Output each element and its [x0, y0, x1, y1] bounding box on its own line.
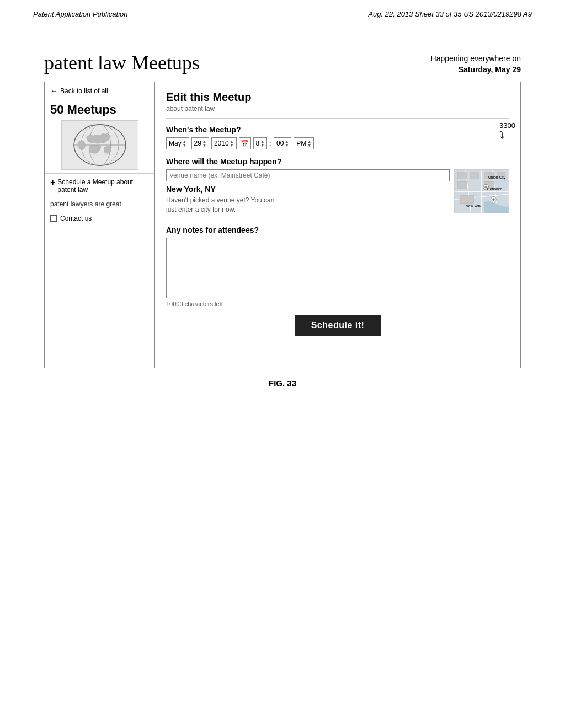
meetup-count: 50 Meetups — [45, 100, 154, 117]
svg-text:Union City: Union City — [488, 175, 506, 180]
app-layout: ← Back to list of all 50 Meetups — [44, 82, 521, 368]
minute-select[interactable]: 00 ▲▼ — [274, 137, 291, 149]
date-row: May ▲▼ 29 ▲▼ 2010 ▲▼ 📅 8 ▲▼ — [166, 137, 509, 149]
back-to-list-button[interactable]: ← Back to list of all — [45, 82, 154, 100]
notes-label: Any notes for attendees? — [166, 226, 509, 234]
map-thumbnail: Union City Hoboken New York — [454, 169, 509, 213]
sidebar: ← Back to list of all 50 Meetups — [45, 82, 155, 368]
main-panel: Edit this Meetup about patent law When's… — [155, 82, 520, 368]
year-select[interactable]: 2010 ▲▼ — [211, 137, 237, 149]
svg-point-24 — [492, 198, 495, 201]
svg-rect-14 — [457, 173, 467, 179]
ampm-select[interactable]: PM ▲▼ — [294, 137, 314, 149]
fig-caption: FIG. 33 — [44, 378, 521, 388]
city-label: New York, NY — [166, 185, 450, 194]
figure-number-label: 3300 ⤵ — [499, 121, 515, 141]
hour-select[interactable]: 8 ▲▼ — [253, 137, 268, 149]
page-title-row: patent law Meetups Happening everywhere … — [44, 51, 521, 75]
sidebar-tagline: patent lawyers are great — [45, 198, 154, 210]
svg-rect-15 — [470, 173, 479, 179]
ampm-arrows: ▲▼ — [307, 140, 311, 147]
minute-arrows: ▲▼ — [285, 140, 289, 147]
month-arrows: ▲▼ — [183, 140, 186, 147]
patent-header-left: Patent Application Publication — [33, 10, 128, 18]
char-count: 10000 characters left — [166, 301, 509, 307]
edit-meetup-subtitle: about patent law — [166, 105, 509, 119]
svg-rect-20 — [460, 196, 473, 204]
venue-input[interactable] — [166, 169, 450, 181]
edit-meetup-title: Edit this Meetup — [166, 91, 509, 104]
contact-checkbox[interactable] — [50, 215, 57, 222]
svg-rect-16 — [457, 182, 467, 189]
contact-us-item[interactable]: Contact us — [45, 210, 154, 227]
when-label: When's the Meetup? — [166, 125, 509, 134]
schedule-meetup-button[interactable]: + Schedule a Meetup about patent law — [45, 173, 154, 198]
page-title: patent law Meetups — [44, 51, 200, 74]
happening-text: Happening everywhere on Saturday, May 29 — [431, 51, 521, 75]
back-arrow-icon: ← — [50, 87, 58, 95]
venue-hint: Haven't picked a venue yet? You can just… — [166, 196, 450, 215]
svg-text:New York: New York — [466, 204, 482, 208]
venue-input-row: New York, NY Haven't picked a venue yet?… — [166, 169, 509, 220]
day-select[interactable]: 29 ▲▼ — [191, 137, 209, 149]
globe-image — [61, 120, 138, 170]
svg-text:Hoboken: Hoboken — [487, 187, 502, 191]
hour-arrows: ▲▼ — [260, 140, 264, 147]
calendar-icon[interactable]: 📅 — [239, 137, 251, 149]
patent-header-right: Aug. 22, 2013 Sheet 33 of 35 US 2013/021… — [368, 10, 532, 18]
schedule-btn-row: Schedule it! — [166, 315, 509, 336]
time-colon: : — [269, 139, 271, 148]
schedule-it-button[interactable]: Schedule it! — [295, 315, 381, 336]
venue-input-container: New York, NY Haven't picked a venue yet?… — [166, 169, 450, 220]
notes-textarea[interactable] — [166, 238, 509, 298]
patent-header: Patent Application Publication Aug. 22, … — [0, 0, 565, 18]
month-select[interactable]: May ▲▼ — [166, 137, 189, 149]
day-arrows: ▲▼ — [202, 140, 206, 147]
main-content: patent law Meetups Happening everywhere … — [0, 18, 565, 410]
where-label: Where will the Meetup happen? — [166, 157, 509, 166]
plus-icon: + — [50, 178, 55, 187]
year-arrows: ▲▼ — [230, 140, 234, 147]
